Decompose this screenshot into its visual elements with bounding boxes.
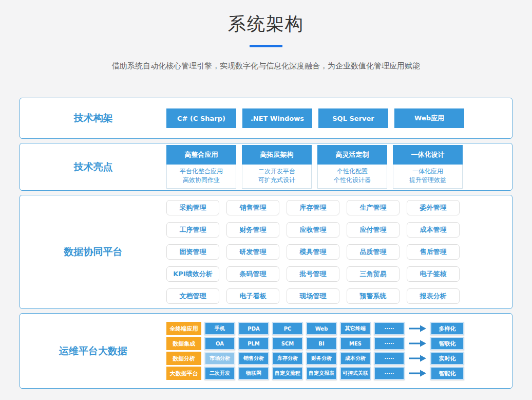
highlight-card-line: 二次开发平台	[242, 167, 311, 176]
bigdata-section-label: 运维平台大数据	[20, 344, 166, 358]
highlight-card-line: 个性化配置	[318, 167, 387, 176]
category-tag: 数据分析	[166, 352, 201, 365]
highlight-card-title: 高拓展架构	[242, 145, 312, 165]
module-chip: 售后管理	[407, 244, 460, 260]
module-chip: 电子签核	[407, 266, 460, 282]
highlights-section: 技术亮点 高整合应用 平台化整合应用 高效协同作业 高拓展架构 二次开发平台 可…	[20, 143, 512, 191]
highlight-card-body: 个性化配置 个性化设计器	[317, 165, 387, 189]
title-underline	[250, 45, 282, 47]
module-chip: 批号管理	[287, 266, 339, 282]
bigdata-item: 财务分析	[306, 352, 337, 365]
highlight-card-body: 平台化整合应用 高效协同作业	[166, 165, 236, 189]
module-chip: 委外管理	[407, 200, 460, 215]
page-subtitle: 借助系统自动化核心管理引擎，实现数字化与信息化深度融合，为企业数值化管理应用赋能	[0, 61, 532, 71]
bigdata-item: PC	[272, 322, 303, 335]
bigdata-item: 二次开发	[204, 367, 235, 380]
bigdata-item: 手机	[204, 322, 235, 335]
arrow-right-icon	[409, 325, 426, 332]
bigdata-item: PDA	[238, 322, 269, 335]
module-chip: 库存管理	[287, 200, 339, 215]
module-chip: 财务管理	[226, 222, 279, 238]
result-tag: 实时化	[430, 352, 464, 365]
highlight-card: 一体化设计 一体化应用 提升管理效益	[393, 145, 463, 189]
page-title: 系统架构	[0, 12, 532, 36]
module-chip: 模具管理	[287, 244, 339, 260]
module-chip: 成本管理	[407, 222, 460, 238]
arrow-right-icon	[409, 370, 426, 377]
highlight-card-title: 高灵活定制	[317, 145, 387, 165]
highlight-card-line: 个性化设计器	[318, 176, 387, 185]
bigdata-row: 大数据平台 二次开发 物联网 自定义流程 自定义报表 可控式关联 ····· 智…	[166, 367, 464, 380]
bigdata-item: 成本分析	[340, 352, 371, 365]
bigdata-item: BI	[306, 337, 337, 350]
bigdata-item: 库存分析	[272, 352, 303, 365]
bigdata-item: PLM	[238, 337, 269, 350]
category-tag: 全终端应用	[166, 322, 201, 335]
bigdata-item: 市场分析	[204, 352, 235, 365]
tech-stack-item-sqlserver: SQL Server	[318, 108, 388, 128]
bigdata-row: 数据分析 市场分析 销售分析 库存分析 财务分析 成本分析 ····· 实时化	[166, 352, 464, 365]
tech-stack-section-label: 技术构架	[20, 112, 166, 125]
tech-stack-item-web: Web应用	[394, 108, 464, 128]
module-chip: 品质管理	[347, 244, 400, 260]
highlight-card: 高拓展架构 二次开发平台 可扩充式设计	[242, 145, 312, 189]
module-chip: 文档管理	[166, 288, 219, 304]
highlight-card: 高整合应用 平台化整合应用 高效协同作业	[166, 145, 236, 189]
bigdata-item: MES	[340, 337, 371, 350]
highlight-card-line: 平台化整合应用	[167, 167, 236, 176]
highlight-card-line: 高效协同作业	[167, 176, 236, 185]
result-tag: 多样化	[430, 322, 464, 335]
highlight-card-body: 二次开发平台 可扩充式设计	[242, 165, 312, 189]
module-chip: 现场管理	[287, 288, 339, 304]
bigdata-item: 销售分析	[238, 352, 269, 365]
highlight-card-title: 一体化设计	[393, 145, 463, 165]
module-chip: 生产管理	[347, 200, 400, 215]
bigdata-item: 物联网	[238, 367, 269, 380]
tech-stack-row: C# (C Sharp) .NET Windows SQL Server Web…	[166, 108, 464, 128]
result-tag: 智能化	[430, 367, 464, 380]
category-tag: 数据集成	[166, 337, 201, 350]
bigdata-item: OA	[204, 337, 235, 350]
category-tag: 大数据平台	[166, 367, 201, 380]
module-grid: 采购管理 销售管理 库存管理 生产管理 委外管理 工序管理 财务管理 应收管理 …	[166, 200, 460, 304]
tech-stack-item-dotnet: .NET Windows	[242, 108, 312, 128]
highlight-card: 高灵活定制 个性化配置 个性化设计器	[317, 145, 387, 189]
tech-stack-item-csharp: C# (C Sharp)	[166, 108, 236, 128]
data-platform-section: 数据协同平台 采购管理 销售管理 库存管理 生产管理 委外管理 工序管理 财务管…	[20, 195, 512, 309]
module-chip: KPI绩效分析	[166, 266, 219, 282]
bigdata-item: 自定义流程	[272, 367, 303, 380]
module-chip: 采购管理	[166, 200, 219, 215]
module-chip: 条码管理	[226, 266, 279, 282]
bigdata-item-more: ·····	[374, 337, 405, 350]
result-tag: 智联化	[430, 337, 464, 350]
module-chip: 应收管理	[287, 222, 339, 238]
page-header: 系统架构 借助系统自动化核心管理引擎，实现数字化与信息化深度融合，为企业数值化管…	[0, 0, 532, 71]
bigdata-item-more: ·····	[374, 352, 405, 365]
arrow-right-icon	[409, 355, 426, 362]
highlight-card-title: 高整合应用	[166, 145, 236, 165]
module-chip: 固资管理	[166, 244, 219, 260]
highlights-section-label: 技术亮点	[20, 160, 166, 174]
module-chip: 三角贸易	[347, 266, 400, 282]
bigdata-row: 全终端应用 手机 PDA PC Web 其它终端 ····· 多样化	[166, 322, 464, 335]
highlight-card-line: 可扩充式设计	[242, 176, 311, 185]
data-platform-section-label: 数据协同平台	[20, 245, 166, 259]
bigdata-item-more: ·····	[374, 367, 405, 380]
bigdata-section: 运维平台大数据 全终端应用 手机 PDA PC Web 其它终端 ····· 多…	[20, 313, 512, 389]
highlight-card-line: 一体化应用	[393, 167, 462, 176]
highlight-card-line: 提升管理效益	[393, 176, 462, 185]
bigdata-item: SCM	[272, 337, 303, 350]
module-chip: 研发管理	[226, 244, 279, 260]
bigdata-item-more: ·····	[374, 322, 405, 335]
module-chip: 报表分析	[407, 288, 460, 304]
bigdata-row: 数据集成 OA PLM SCM BI MES ····· 智联化	[166, 337, 464, 350]
module-chip: 销售管理	[226, 200, 279, 215]
bigdata-item: 可控式关联	[340, 367, 371, 380]
module-chip: 预警系统	[347, 288, 400, 304]
module-chip: 工序管理	[166, 222, 219, 238]
highlight-cards: 高整合应用 平台化整合应用 高效协同作业 高拓展架构 二次开发平台 可扩充式设计…	[166, 145, 463, 189]
bigdata-item: 自定义报表	[306, 367, 337, 380]
architecture-diagram: 技术构架 C# (C Sharp) .NET Windows SQL Serve…	[20, 98, 512, 389]
module-chip: 应付管理	[347, 222, 400, 238]
highlight-card-body: 一体化应用 提升管理效益	[393, 165, 463, 189]
